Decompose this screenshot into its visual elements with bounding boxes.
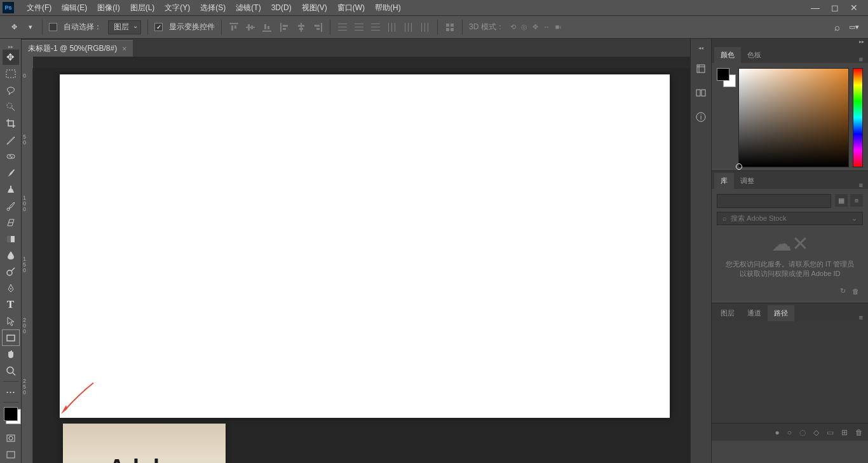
expand-rail-icon[interactable]: ◂◂ bbox=[698, 45, 703, 51]
expand-toolbar-icon[interactable]: ▸▸ bbox=[0, 44, 21, 49]
new-path-icon[interactable]: ⊞ bbox=[841, 428, 848, 437]
channels-tab[interactable]: 通道 bbox=[741, 305, 768, 321]
gradient-tool[interactable] bbox=[3, 231, 19, 246]
history-brush-tool[interactable] bbox=[3, 198, 19, 214]
brush-tool[interactable] bbox=[3, 165, 19, 181]
menu-help[interactable]: 帮助(H) bbox=[370, 3, 406, 13]
quick-select-tool[interactable] bbox=[3, 99, 19, 114]
menu-filter[interactable]: 滤镜(T) bbox=[231, 3, 266, 13]
color-cursor[interactable] bbox=[736, 163, 742, 170]
auto-select-checkbox[interactable] bbox=[49, 23, 57, 31]
minimize-icon[interactable]: — bbox=[811, 3, 820, 13]
close-tab-icon[interactable]: × bbox=[122, 45, 126, 53]
path-select-tool[interactable] bbox=[3, 314, 19, 329]
trash-icon[interactable]: 🗑 bbox=[852, 287, 859, 295]
menu-view[interactable]: 视图(V) bbox=[297, 3, 332, 13]
layers-tab[interactable]: 图层 bbox=[714, 305, 741, 321]
history-panel-icon[interactable] bbox=[695, 62, 707, 75]
search-chevron-icon[interactable]: ⌄ bbox=[851, 214, 857, 223]
pen-tool[interactable] bbox=[3, 280, 19, 296]
clone-stamp-tool[interactable] bbox=[3, 182, 19, 197]
align-vcenter-icon[interactable] bbox=[245, 22, 256, 33]
dist-vcenter-icon[interactable] bbox=[353, 22, 365, 33]
sync-icon[interactable]: ↻ bbox=[840, 287, 846, 295]
hue-strip[interactable] bbox=[853, 68, 863, 167]
panel-menu-icon[interactable]: ≡ bbox=[854, 314, 868, 321]
canvas-background[interactable]: Adobe 矩形工具 (U) bbox=[33, 68, 690, 463]
auto-select-dropdown[interactable]: 图层 bbox=[108, 20, 141, 34]
close-icon[interactable]: ✕ bbox=[850, 3, 858, 13]
foreground-background-colors[interactable] bbox=[4, 407, 18, 421]
properties-panel-icon[interactable] bbox=[695, 86, 707, 99]
grid-view-icon[interactable]: ▦ bbox=[835, 194, 848, 207]
collapse-panels-icon[interactable]: ▸▸ bbox=[712, 39, 868, 45]
healing-brush-tool[interactable] bbox=[3, 149, 19, 164]
maximize-icon[interactable]: ◻ bbox=[831, 3, 839, 13]
library-dropdown[interactable] bbox=[717, 194, 831, 208]
document-tab[interactable]: 未标题-1 @ 50%(RGB/8#) × bbox=[22, 40, 133, 57]
auto-align-icon[interactable] bbox=[444, 22, 456, 33]
dropdown-icon[interactable]: ▾ bbox=[25, 22, 36, 32]
edit-toolbar-icon[interactable]: ⋯ bbox=[3, 384, 19, 399]
marquee-tool[interactable] bbox=[3, 66, 19, 81]
crop-tool[interactable] bbox=[3, 116, 19, 131]
dist-hcenter-icon[interactable] bbox=[403, 22, 414, 33]
stroke-path-icon[interactable]: ○ bbox=[787, 428, 792, 437]
panel-menu-icon[interactable]: ≡ bbox=[854, 55, 868, 63]
3d-orbit-icon[interactable]: ⟲ bbox=[510, 23, 516, 31]
eyedropper-tool[interactable] bbox=[3, 132, 19, 148]
zoom-tool[interactable] bbox=[3, 363, 19, 378]
3d-pan-icon[interactable]: ✥ bbox=[532, 23, 538, 31]
dodge-tool[interactable] bbox=[3, 264, 19, 279]
panel-menu-icon[interactable]: ≡ bbox=[854, 181, 868, 189]
type-tool[interactable]: T bbox=[3, 297, 19, 312]
3d-roll-icon[interactable]: ◎ bbox=[521, 23, 527, 31]
align-bottom-icon[interactable] bbox=[261, 22, 273, 33]
quick-mask-icon[interactable] bbox=[3, 431, 19, 446]
list-view-icon[interactable]: ≡ bbox=[850, 194, 863, 207]
make-path-icon[interactable]: ◇ bbox=[813, 428, 819, 437]
menu-window[interactable]: 窗口(W) bbox=[332, 3, 370, 13]
workspace-icon[interactable]: ▭▾ bbox=[849, 23, 859, 31]
mask-icon[interactable]: ▭ bbox=[827, 428, 834, 437]
3d-slide-icon[interactable]: ↔ bbox=[543, 23, 550, 31]
fill-path-icon[interactable]: ● bbox=[775, 428, 780, 437]
info-panel-icon[interactable]: i bbox=[695, 111, 707, 123]
delete-path-icon[interactable]: 🗑 bbox=[855, 428, 863, 437]
paths-list[interactable] bbox=[712, 321, 868, 423]
menu-layer[interactable]: 图层(L) bbox=[125, 3, 160, 13]
align-hcenter-icon[interactable] bbox=[295, 22, 307, 33]
paths-tab[interactable]: 路径 bbox=[768, 305, 794, 321]
hand-tool[interactable] bbox=[3, 347, 19, 362]
color-tab[interactable]: 颜色 bbox=[714, 47, 741, 63]
canvas[interactable] bbox=[60, 74, 670, 418]
eraser-tool[interactable] bbox=[3, 215, 19, 230]
rectangle-tool[interactable] bbox=[3, 330, 19, 345]
align-top-icon[interactable] bbox=[228, 22, 240, 33]
align-right-icon[interactable] bbox=[312, 22, 323, 33]
move-tool[interactable]: ✥ bbox=[3, 50, 19, 65]
dist-left-icon[interactable] bbox=[386, 22, 398, 33]
adjustments-tab[interactable]: 调整 bbox=[734, 173, 761, 189]
blur-tool[interactable] bbox=[3, 247, 19, 263]
menu-3d[interactable]: 3D(D) bbox=[266, 3, 297, 12]
menu-type[interactable]: 文字(Y) bbox=[159, 3, 195, 13]
align-left-icon[interactable] bbox=[279, 22, 290, 33]
menu-edit[interactable]: 编辑(E) bbox=[57, 3, 92, 13]
library-search[interactable]: ⌕ 搜索 Adobe Stock ⌄ bbox=[717, 212, 863, 225]
library-tab[interactable]: 库 bbox=[714, 173, 734, 189]
menu-select[interactable]: 选择(S) bbox=[195, 3, 231, 13]
color-field[interactable] bbox=[738, 68, 849, 167]
search-icon[interactable]: ⌕ bbox=[834, 22, 840, 32]
color-fg-bg[interactable] bbox=[717, 68, 735, 165]
dist-top-icon[interactable] bbox=[337, 22, 348, 33]
dist-right-icon[interactable] bbox=[419, 22, 431, 33]
fg-color-swatch[interactable] bbox=[717, 68, 729, 81]
menu-image[interactable]: 图像(I) bbox=[92, 3, 125, 13]
move-tool-icon[interactable]: ✥ bbox=[9, 22, 19, 32]
swatches-tab[interactable]: 色板 bbox=[741, 47, 768, 63]
ruler-vertical[interactable]: 050100150200250 bbox=[22, 68, 33, 463]
lasso-tool[interactable] bbox=[3, 83, 19, 98]
menu-file[interactable]: 文件(F) bbox=[22, 3, 57, 13]
show-transform-checkbox[interactable] bbox=[154, 23, 163, 31]
